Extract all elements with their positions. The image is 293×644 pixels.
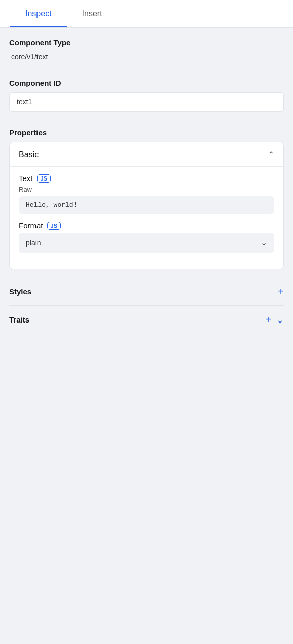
- traits-row: Traits + ⌄: [9, 306, 284, 334]
- properties-section: Basic ⌃ Text JS Raw Hello, world! Format…: [9, 142, 284, 269]
- component-id-value: text1: [9, 92, 284, 112]
- basic-chevron-up-icon: ⌃: [268, 150, 274, 159]
- tab-insert[interactable]: Insert: [67, 0, 118, 27]
- text-raw-label: Raw: [19, 186, 274, 193]
- text-label-row: Text JS: [19, 174, 274, 183]
- styles-add-icon[interactable]: +: [278, 285, 284, 297]
- basic-section-header[interactable]: Basic ⌃: [10, 142, 283, 166]
- styles-section: Styles + Traits + ⌄: [9, 277, 284, 334]
- styles-row: Styles +: [9, 277, 284, 306]
- format-label-row: Format JS: [19, 221, 274, 230]
- component-id-label: Component ID: [9, 79, 284, 87]
- format-js-badge[interactable]: JS: [47, 222, 61, 230]
- main-content: Component Type core/v1/text Component ID…: [0, 28, 293, 344]
- component-type-value: core/v1/text: [9, 52, 284, 62]
- traits-label: Traits: [9, 315, 29, 324]
- basic-section-body: Text JS Raw Hello, world! Format JS plai…: [10, 166, 283, 269]
- format-select[interactable]: plain ⌄: [19, 233, 274, 253]
- tab-bar: Inspect Insert: [0, 0, 293, 28]
- styles-actions: +: [278, 285, 284, 297]
- properties-label: Properties: [9, 128, 284, 137]
- divider-1: [9, 70, 284, 70]
- text-js-badge[interactable]: JS: [37, 174, 51, 183]
- traits-add-icon[interactable]: +: [265, 314, 271, 326]
- format-field-label: Format: [19, 221, 43, 230]
- divider-2: [9, 120, 284, 120]
- format-property-row: Format JS plain ⌄: [19, 221, 274, 253]
- traits-actions: + ⌄: [265, 314, 284, 326]
- basic-section-label: Basic: [19, 150, 39, 159]
- text-value-input[interactable]: Hello, world!: [19, 196, 274, 214]
- text-field-label: Text: [19, 174, 33, 183]
- format-dropdown-icon: ⌄: [261, 238, 267, 247]
- traits-chevron-down-icon[interactable]: ⌄: [276, 314, 284, 326]
- format-select-value: plain: [26, 239, 41, 247]
- text-property-row: Text JS Raw Hello, world!: [19, 174, 274, 214]
- styles-label: Styles: [9, 287, 31, 296]
- component-type-label: Component Type: [9, 38, 284, 47]
- tab-inspect[interactable]: Inspect: [10, 0, 67, 27]
